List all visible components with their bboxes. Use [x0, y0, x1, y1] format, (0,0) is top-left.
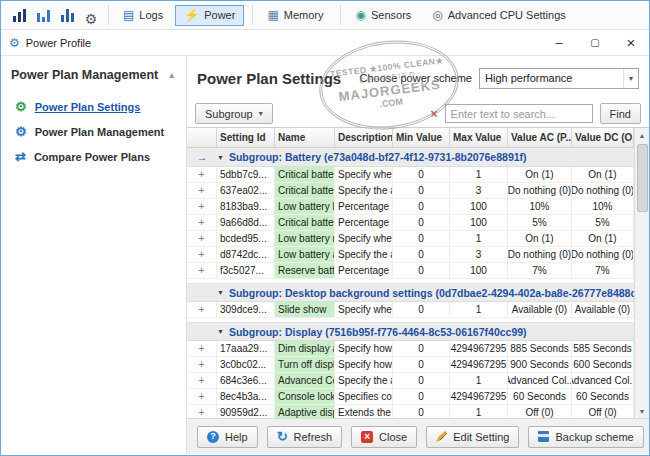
setting-row[interactable]: +637ea02...Critical batter...Specify the… [187, 183, 634, 199]
column-header[interactable]: Max Value [450, 128, 508, 147]
subgroup-label: ▼Subgroup: Display (7516b95f-f776-4464-8… [217, 326, 634, 338]
sidebar-item-power-plan-settings[interactable]: Power Plan Settings [1, 94, 186, 119]
backup-scheme-button[interactable]: Backup scheme [528, 426, 643, 448]
scroll-up-icon[interactable] [635, 128, 649, 142]
description-cell: Specify the ac... [335, 183, 393, 198]
row-expand-icon[interactable]: + [187, 357, 217, 372]
row-expand-icon[interactable]: + [187, 341, 217, 356]
setting-row[interactable]: +8ec4b3a...Console lock d...Specifies co… [187, 389, 634, 405]
close-button[interactable] [613, 30, 649, 55]
toolbar-button-power[interactable]: Power [175, 5, 244, 26]
clear-search-icon[interactable] [431, 107, 438, 121]
subgroup-row[interactable]: →▼Subgroup: Battery (e73a048d-bf27-4f12-… [187, 148, 634, 167]
sidebar-item-power-plan-management[interactable]: Power Plan Management [1, 119, 186, 144]
row-expand-icon[interactable]: + [187, 215, 217, 230]
toolbar-button-logs[interactable]: Logs [114, 5, 172, 26]
setting-id-cell: 9a66d8d... [217, 215, 275, 230]
value-dc-cell: 5% [572, 215, 634, 230]
row-expand-icon[interactable]: + [187, 302, 217, 317]
gear-icon[interactable] [79, 5, 103, 26]
setting-row[interactable]: +9a66d8d...Critical batter...Percentage … [187, 215, 634, 231]
description-cell: Specify when ... [335, 302, 393, 317]
scroll-down-icon[interactable] [635, 404, 649, 418]
main-panel: Power Plan Settings Choose power scheme … [187, 56, 649, 454]
column-header[interactable]: Setting Id [217, 128, 275, 147]
value-dc-cell: Off (0) [572, 405, 634, 418]
value-ac-cell: 10% [508, 199, 572, 214]
setting-id-cell: 8ec4b3a... [217, 389, 275, 404]
value-ac-cell: Advanced Col... [508, 373, 572, 388]
close-window-button[interactable]: Close [351, 426, 417, 448]
description-cell: Specify the ac... [335, 247, 393, 262]
setting-row[interactable]: +8183ba9...Low battery l...Percentage o.… [187, 199, 634, 215]
button-label: Help [225, 431, 248, 443]
vertical-scrollbar[interactable] [634, 128, 649, 418]
setting-id-cell: 3c0bc02... [217, 357, 275, 372]
subgroup-row[interactable]: ▼Subgroup: Display (7516b95f-f776-4464-8… [187, 322, 634, 341]
column-header[interactable]: Value AC (P... [508, 128, 572, 147]
filter-row: Subgroup Find [187, 100, 649, 127]
collapse-icon[interactable] [169, 70, 174, 80]
column-header[interactable]: Min Value [393, 128, 450, 147]
sidebar-header[interactable]: Power Plan Management [1, 64, 186, 94]
setting-row[interactable]: +17aaa29...Dim display af...Specify how … [187, 341, 634, 357]
setting-row[interactable]: +90959d2...Adaptive displ...Extends the … [187, 405, 634, 418]
gear-icon [15, 100, 27, 113]
row-expand-icon[interactable]: + [187, 263, 217, 278]
column-header[interactable]: Name [275, 128, 335, 147]
name-cell: Low battery l... [275, 199, 335, 214]
row-expand-icon[interactable]: + [187, 373, 217, 388]
setting-row[interactable]: +684c3e6...Advanced Col...Specify the a.… [187, 373, 634, 389]
help-button[interactable]: Help [197, 426, 258, 448]
edit-setting-button[interactable]: Edit Setting [426, 426, 519, 448]
power-scheme-select[interactable]: High performance [479, 68, 639, 89]
subgroup-row[interactable]: ▼Subgroup: Desktop background settings (… [187, 283, 634, 302]
name-cell: Dim display af... [275, 341, 335, 356]
setting-id-cell: bcded95... [217, 231, 275, 246]
app-window: Logs Power Memory Sensors Advanced CPU S… [0, 0, 650, 456]
toolbar-button-sensors[interactable]: Sensors [346, 5, 420, 26]
row-expand-icon[interactable]: + [187, 405, 217, 418]
description-cell: Percentage o... [335, 199, 393, 214]
bar-chart-icon[interactable] [7, 5, 31, 26]
toolbar-button-label: Power [204, 9, 235, 21]
row-expand-icon[interactable]: + [187, 167, 217, 182]
bar-chart-icon[interactable] [31, 5, 55, 26]
column-header[interactable]: Value DC (O... [572, 128, 634, 147]
setting-row[interactable]: +3c0bc02...Turn off displ...Specify how … [187, 357, 634, 373]
group-expand-icon[interactable]: ▼ [217, 328, 224, 335]
toolbar-button-advanced-cpu[interactable]: Advanced CPU Settings [423, 5, 575, 26]
minimize-button[interactable] [541, 30, 577, 55]
bar-chart-icon [61, 9, 74, 22]
scheme-value: High performance [480, 72, 623, 84]
subgroup-button[interactable]: Subgroup [195, 103, 273, 124]
scrollbar-thumb[interactable] [637, 144, 648, 212]
refresh-button[interactable]: Refresh [267, 426, 342, 448]
cpu-icon [432, 9, 442, 21]
search-input[interactable] [445, 104, 593, 123]
value-dc-cell: 600 Seconds [572, 357, 634, 372]
row-expand-icon[interactable]: + [187, 389, 217, 404]
setting-row[interactable]: +bcded95...Low battery n...Specify wheth… [187, 231, 634, 247]
sidebar-item-compare-power-plans[interactable]: Compare Power Plans [1, 144, 186, 169]
column-header[interactable]: Description [335, 128, 393, 147]
min-value-cell: 0 [393, 167, 450, 182]
find-button[interactable]: Find [600, 103, 641, 124]
min-value-cell: 0 [393, 389, 450, 404]
row-expand-icon[interactable]: + [187, 199, 217, 214]
row-expand-icon[interactable]: + [187, 247, 217, 262]
setting-row[interactable]: +309dce9...Slide showSpecify when ...01A… [187, 302, 634, 318]
current-row-indicator [187, 323, 217, 340]
group-expand-icon[interactable]: ▼ [217, 289, 224, 296]
row-expand-icon[interactable]: + [187, 183, 217, 198]
maximize-button[interactable] [577, 30, 613, 55]
setting-row[interactable]: +d8742dc...Low battery a...Specify the a… [187, 247, 634, 263]
setting-row[interactable]: +f3c5027...Reserve batt...Percentage o..… [187, 263, 634, 279]
bar-chart-icon[interactable] [55, 5, 79, 26]
min-value-cell: 0 [393, 247, 450, 262]
setting-row[interactable]: +5dbb7c9...Critical batter...Specify whe… [187, 167, 634, 183]
toolbar-button-memory[interactable]: Memory [258, 5, 332, 26]
group-expand-icon[interactable]: ▼ [217, 154, 224, 161]
row-expand-icon[interactable]: + [187, 231, 217, 246]
app-icon [9, 36, 20, 50]
